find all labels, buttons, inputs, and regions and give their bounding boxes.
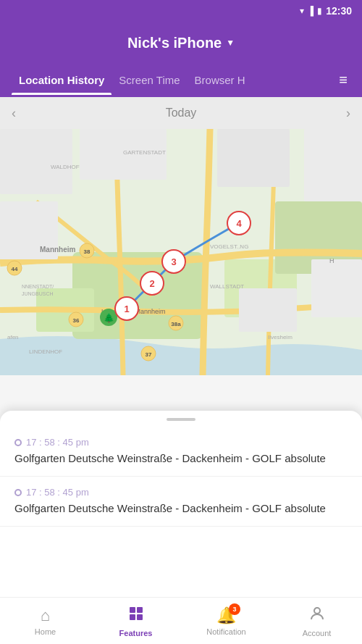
device-name-display[interactable]: Nick's iPhone ▼ bbox=[127, 35, 235, 51]
svg-text:WALDHOF: WALDHOF bbox=[51, 164, 80, 170]
list-item: 17 : 58 : 45 pm Golfgarten Deutsche Wein… bbox=[0, 477, 362, 527]
time-dot-1 bbox=[14, 439, 22, 446]
svg-rect-5 bbox=[0, 129, 72, 194]
nav-notification-label: Notification bbox=[206, 627, 245, 636]
svg-text:GARTENSTADT: GARTENSTADT bbox=[123, 149, 166, 156]
svg-text:LINDENHOF: LINDENHOF bbox=[29, 348, 62, 355]
map-container[interactable]: Mannheim WALDHOF GARTENSTADT WALLSTADT V… bbox=[0, 129, 362, 375]
home-icon: ⌂ bbox=[41, 606, 50, 625]
location-time-2: 17 : 58 : 45 pm bbox=[14, 487, 348, 498]
account-icon bbox=[308, 605, 326, 627]
nav-features[interactable]: Features bbox=[90, 598, 181, 644]
svg-text:2: 2 bbox=[149, 278, 154, 289]
svg-text:H: H bbox=[329, 257, 334, 264]
svg-text:3: 3 bbox=[171, 256, 176, 267]
svg-text:JUNGBUSCH: JUNGBUSCH bbox=[22, 291, 54, 296]
bottom-navigation: ⌂ Home Features 🔔 3 Notification Account bbox=[0, 597, 362, 644]
features-icon bbox=[127, 605, 145, 627]
status-bar: ▾ ▐ ▮ 12:30 bbox=[0, 0, 362, 22]
status-icons: ▾ ▐ ▮ 12:30 bbox=[300, 5, 352, 17]
date-navigation: ‹ Today › bbox=[0, 97, 362, 129]
location-name-1: Golfgarten Deutsche Weinstraße - Dackenh… bbox=[14, 451, 348, 466]
svg-rect-10 bbox=[239, 288, 297, 332]
svg-text:NNENSTADT/: NNENSTADT/ bbox=[22, 284, 54, 289]
nav-notification[interactable]: 🔔 3 Notification bbox=[181, 598, 272, 644]
map-svg: Mannheim WALDHOF GARTENSTADT WALLSTADT V… bbox=[0, 129, 362, 375]
next-date-button[interactable]: › bbox=[346, 106, 350, 121]
svg-point-48 bbox=[314, 608, 320, 614]
svg-text:36: 36 bbox=[73, 317, 80, 324]
status-time: 12:30 bbox=[326, 5, 352, 17]
svg-rect-45 bbox=[137, 607, 143, 613]
tab-screen-time[interactable]: Screen Time bbox=[111, 65, 187, 95]
svg-text:38a: 38a bbox=[171, 321, 181, 327]
sheet-handle bbox=[167, 418, 195, 421]
svg-rect-46 bbox=[130, 614, 135, 620]
svg-text:VOGELST..NG: VOGELST..NG bbox=[210, 243, 248, 250]
svg-text:🌲: 🌲 bbox=[104, 312, 114, 323]
svg-text:Mannheim: Mannheim bbox=[40, 246, 76, 254]
location-name-2: Golfgarten Deutsche Weinstraße - Dackenh… bbox=[14, 501, 348, 516]
signal-icon: ▐ bbox=[308, 6, 314, 16]
svg-rect-47 bbox=[137, 614, 143, 620]
svg-text:afen: afen bbox=[7, 334, 19, 340]
list-item: 17 : 58 : 45 pm Golfgarten Deutsche Wein… bbox=[0, 427, 362, 477]
svg-rect-7 bbox=[217, 129, 290, 187]
bottom-sheet: 17 : 58 : 45 pm Golfgarten Deutsche Wein… bbox=[0, 411, 362, 597]
notification-badge: 3 bbox=[229, 603, 240, 615]
wifi-icon: ▾ bbox=[300, 6, 304, 16]
battery-icon: ▮ bbox=[317, 6, 322, 16]
nav-account[interactable]: Account bbox=[272, 598, 362, 644]
svg-text:Ilvesheim: Ilvesheim bbox=[268, 334, 292, 340]
tab-location-history[interactable]: Location History bbox=[12, 65, 111, 95]
svg-rect-44 bbox=[130, 607, 135, 613]
location-time-1: 17 : 58 : 45 pm bbox=[14, 437, 348, 448]
tab-browser-history[interactable]: Browser H bbox=[188, 65, 253, 95]
svg-text:WALLSTADT: WALLSTADT bbox=[210, 283, 244, 290]
nav-home-label: Home bbox=[35, 627, 56, 636]
menu-icon[interactable]: ≡ bbox=[336, 69, 350, 91]
app-header: Nick's iPhone ▼ bbox=[0, 22, 362, 62]
time-dot-2 bbox=[14, 489, 22, 496]
svg-text:37: 37 bbox=[146, 351, 152, 358]
prev-date-button[interactable]: ‹ bbox=[12, 106, 16, 121]
device-dropdown-arrow[interactable]: ▼ bbox=[226, 38, 235, 48]
svg-text:4: 4 bbox=[236, 218, 242, 229]
current-date-label: Today bbox=[166, 106, 197, 120]
device-name-text: Nick's iPhone bbox=[127, 35, 222, 51]
svg-text:1: 1 bbox=[124, 304, 129, 314]
tab-navigation: Location History Screen Time Browser H ≡ bbox=[0, 62, 362, 97]
nav-home[interactable]: ⌂ Home bbox=[0, 598, 90, 644]
svg-rect-8 bbox=[304, 129, 362, 201]
nav-account-label: Account bbox=[303, 629, 332, 637]
notification-wrapper: 🔔 3 bbox=[216, 606, 236, 625]
nav-features-label: Features bbox=[119, 629, 153, 637]
svg-text:38: 38 bbox=[84, 248, 90, 255]
svg-text:44: 44 bbox=[12, 266, 18, 272]
svg-rect-11 bbox=[311, 259, 362, 317]
